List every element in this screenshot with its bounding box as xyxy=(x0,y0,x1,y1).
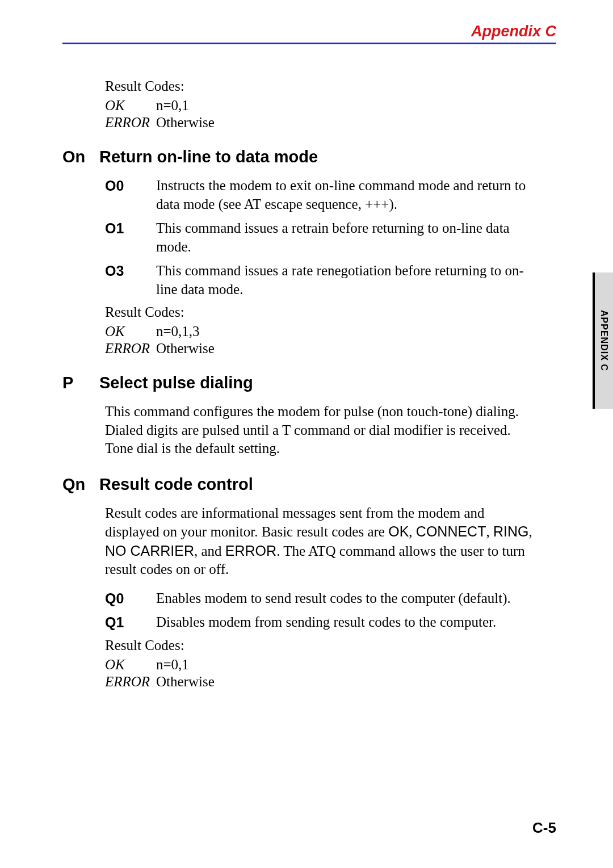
p-paragraph: This command configures the modem for pu… xyxy=(105,402,539,458)
qn-post1: . xyxy=(276,543,283,559)
qn-kw-nocarrier: NO CARRIER xyxy=(105,543,194,559)
qn-paragraph: Result codes are informational messages … xyxy=(105,504,539,579)
def-o0: O0 Instructs the modem to exit on-line c… xyxy=(105,177,556,213)
rc-error-key: ERROR xyxy=(105,341,156,357)
def-o3-term: O3 xyxy=(105,262,156,299)
heading-p-code: P xyxy=(62,374,99,392)
qn-sep1: , xyxy=(409,524,416,539)
rc-ok-val: n=0,1 xyxy=(156,657,189,673)
def-o3-desc: This command issues a rate renegotiation… xyxy=(156,262,556,299)
on-result-codes: Result Codes: OK n=0,1,3 ERROR Otherwise xyxy=(105,304,556,357)
rc-ok-key: OK xyxy=(105,98,156,114)
rc-error-val: Otherwise xyxy=(156,115,215,131)
def-q1-term: Q1 xyxy=(105,613,156,632)
def-o3: O3 This command issues a rate renegotiat… xyxy=(105,262,556,299)
rc-ok-val: n=0,1 xyxy=(156,98,189,114)
def-o1-term: O1 xyxy=(105,219,156,256)
rc-error-val: Otherwise xyxy=(156,341,215,357)
qn-kw-connect: CONNECT xyxy=(416,523,486,539)
qn-sep3: , xyxy=(528,524,532,539)
side-tab-label: APPENDIX C xyxy=(599,310,609,371)
rc-ok-row: OK n=0,1,3 xyxy=(105,324,556,339)
side-tab: APPENDIX C xyxy=(593,272,613,409)
heading-qn-code: Qn xyxy=(62,475,99,494)
rc-error-row: ERROR Otherwise xyxy=(105,674,556,690)
heading-qn: Qn Result code control xyxy=(62,475,556,494)
header-appendix: Appendix C xyxy=(471,23,556,40)
rc-ok-key: OK xyxy=(105,324,156,339)
rc-error-val: Otherwise xyxy=(156,674,215,690)
rc-label: Result Codes: xyxy=(105,78,556,94)
page: Appendix C Result Codes: OK n=0,1 ERROR … xyxy=(0,0,613,868)
heading-p: P Select pulse dialing xyxy=(62,374,556,392)
rc-ok-row: OK n=0,1 xyxy=(105,98,556,114)
rc-ok-key: OK xyxy=(105,657,156,673)
def-q0-term: Q0 xyxy=(105,589,156,608)
page-number: C-5 xyxy=(532,819,556,837)
qn-result-codes: Result Codes: OK n=0,1 ERROR Otherwise xyxy=(105,638,556,690)
qn-kw-ring: RING xyxy=(493,523,529,539)
def-o0-term: O0 xyxy=(105,177,156,213)
heading-qn-title: Result code control xyxy=(99,475,253,494)
heading-p-title: Select pulse dialing xyxy=(99,374,253,392)
rc-label: Result Codes: xyxy=(105,638,556,653)
rc-error-key: ERROR xyxy=(105,115,156,131)
heading-on: On Return on-line to data mode xyxy=(62,148,556,166)
qn-sep4: , and xyxy=(194,543,225,559)
rc-ok-row: OK n=0,1 xyxy=(105,657,556,673)
def-q1: Q1 Disables modem from sending result co… xyxy=(105,613,556,632)
qn-kw-ok: OK xyxy=(388,523,409,539)
rc-error-row: ERROR Otherwise xyxy=(105,341,556,357)
rc-error-key: ERROR xyxy=(105,674,156,690)
def-q1-desc: Disables modem from sending result codes… xyxy=(156,613,556,632)
def-q0-desc: Enables modem to send result codes to th… xyxy=(156,589,556,608)
def-o1: O1 This command issues a retrain before … xyxy=(105,219,556,256)
rc-error-row: ERROR Otherwise xyxy=(105,115,556,131)
def-o1-desc: This command issues a retrain before ret… xyxy=(156,219,556,256)
qn-sep2: , xyxy=(486,524,493,539)
intro-result-codes: Result Codes: OK n=0,1 ERROR Otherwise xyxy=(105,78,556,131)
rc-ok-val: n=0,1,3 xyxy=(156,324,200,339)
rc-label: Result Codes: xyxy=(105,304,556,320)
qn-kw-error: ERROR xyxy=(225,543,276,559)
heading-on-title: Return on-line to data mode xyxy=(99,148,318,166)
header-rule: Appendix C xyxy=(62,23,556,44)
def-q0: Q0 Enables modem to send result codes to… xyxy=(105,589,556,608)
def-o0-desc: Instructs the modem to exit on-line comm… xyxy=(156,177,556,213)
heading-on-code: On xyxy=(62,148,99,166)
